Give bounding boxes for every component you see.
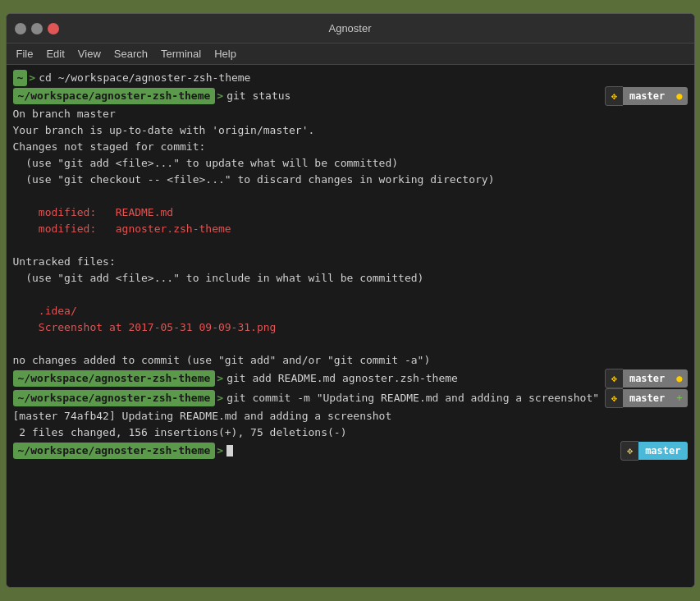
- cmd-text: git status: [226, 88, 291, 104]
- cmd-text: git commit -m "Updating README.md and ad…: [226, 390, 599, 406]
- badge-branch-name: master: [623, 369, 671, 388]
- prompt-path: ~/workspace/agnoster-zsh-theme: [13, 370, 216, 387]
- output-text: 2 files changed, 156 insertions(+), 75 d…: [13, 424, 347, 441]
- terminal-blank-4: [13, 336, 688, 352]
- badge-dot: ●: [671, 87, 687, 105]
- terminal-cursor: [226, 445, 233, 456]
- prompt-path: ~/workspace/agnoster-zsh-theme: [13, 443, 216, 459]
- terminal-line-11: (use "git add <file>..." to include in w…: [13, 270, 688, 287]
- output-text: On branch master: [13, 106, 116, 122]
- output-text-red: .idea/: [13, 303, 77, 319]
- terminal-line-13: Screenshot at 2017-05-31 09-09-31.png: [13, 319, 688, 336]
- terminal-line-14: no changes added to commit (use "git add…: [13, 352, 688, 369]
- prompt-tilde: ~: [13, 70, 28, 86]
- prompt-arrow: >: [217, 370, 223, 387]
- terminal-blank-1: [13, 188, 688, 204]
- menu-bar: File Edit View Search Terminal Help: [7, 44, 694, 65]
- branch-badge: ✥ master ●: [605, 86, 688, 106]
- badge-icon: ✥: [605, 388, 623, 408]
- prompt-arrow: >: [217, 390, 223, 406]
- output-text: no changes added to commit (use "git add…: [13, 352, 431, 369]
- terminal-body[interactable]: ~ > cd ~/workspace/agnoster-zsh-theme ~/…: [7, 65, 694, 587]
- output-text-red: modified: README.md: [13, 204, 174, 221]
- badge-branch-name: master: [623, 389, 671, 407]
- terminal-line-8: modified: README.md: [13, 204, 688, 221]
- restore-button[interactable]: [31, 23, 43, 34]
- terminal-line-3: On branch master: [13, 106, 688, 122]
- prompt-arrow: >: [217, 88, 223, 104]
- badge: ✥ master: [620, 441, 688, 461]
- minimize-button[interactable]: [15, 23, 26, 34]
- terminal-line-9: modified: agnoster.zsh-theme: [13, 221, 688, 237]
- prompt-arrow: >: [29, 70, 35, 86]
- menu-search[interactable]: Search: [108, 46, 154, 62]
- cmd-text: git add README.md agnoster.zsh-theme: [226, 370, 458, 387]
- terminal-line-7: (use "git checkout -- <file>..." to disc…: [13, 172, 688, 188]
- output-text: (use "git add <file>..." to update what …: [13, 155, 399, 172]
- terminal-line-18: 2 files changed, 156 insertions(+), 75 d…: [13, 424, 688, 441]
- output-text: Untracked files:: [13, 254, 116, 270]
- cmd-text: cd ~/workspace/agnoster-zsh-theme: [39, 70, 250, 86]
- badge-branch-name: master: [638, 442, 687, 460]
- output-text-red: modified: agnoster.zsh-theme: [13, 221, 231, 237]
- terminal-blank-3: [13, 287, 688, 303]
- terminal-window: Agnoster File Edit View Search Terminal …: [6, 13, 695, 588]
- output-text: Your branch is up-to-date with 'origin/m…: [13, 122, 315, 139]
- terminal-line-10: Untracked files:: [13, 254, 688, 270]
- badge-icon: ✥: [605, 86, 623, 106]
- terminal-blank-2: [13, 237, 688, 254]
- menu-view[interactable]: View: [71, 46, 108, 62]
- terminal-line-1: ~ > cd ~/workspace/agnoster-zsh-theme: [13, 70, 688, 86]
- output-text: Changes not staged for commit:: [13, 139, 206, 155]
- prompt-path: ~/workspace/agnoster-zsh-theme: [13, 390, 216, 406]
- title-bar: Agnoster: [7, 14, 694, 44]
- terminal-line-12: .idea/: [13, 303, 688, 319]
- prompt-arrow: >: [217, 443, 223, 459]
- menu-terminal[interactable]: Terminal: [154, 46, 208, 62]
- terminal-line-2: ~/workspace/agnoster-zsh-theme > git sta…: [13, 86, 688, 106]
- badge-dot: ●: [671, 369, 687, 388]
- menu-file[interactable]: File: [10, 46, 40, 62]
- badge: ✥ master +: [605, 388, 688, 408]
- badge-icon: ✥: [620, 441, 638, 461]
- branch-badge: ✥ master ●: [605, 369, 688, 388]
- prompt-path: ~/workspace/agnoster-zsh-theme: [13, 88, 216, 104]
- output-text: (use "git checkout -- <file>..." to disc…: [13, 172, 495, 188]
- terminal-line-4: Your branch is up-to-date with 'origin/m…: [13, 122, 688, 139]
- badge: ✥ master ●: [605, 86, 688, 106]
- branch-badge: ✥ master: [620, 441, 688, 461]
- badge: ✥ master ●: [605, 369, 688, 388]
- terminal-line-19: ~/workspace/agnoster-zsh-theme > ✥ maste…: [13, 441, 688, 461]
- terminal-line-15: ~/workspace/agnoster-zsh-theme > git add…: [13, 369, 688, 388]
- output-text-red: Screenshot at 2017-05-31 09-09-31.png: [13, 319, 277, 336]
- menu-edit[interactable]: Edit: [39, 46, 71, 62]
- window-title: Agnoster: [328, 22, 371, 34]
- terminal-line-17: [master 74afb42] Updating README.md and …: [13, 408, 688, 424]
- badge-icon: ✥: [605, 369, 623, 388]
- badge-branch-name: master: [623, 87, 671, 105]
- terminal-line-5: Changes not staged for commit:: [13, 139, 688, 155]
- menu-help[interactable]: Help: [208, 46, 243, 62]
- terminal-line-6: (use "git add <file>..." to update what …: [13, 155, 688, 172]
- terminal-line-16: ~/workspace/agnoster-zsh-theme > git com…: [13, 388, 688, 408]
- output-text: (use "git add <file>..." to include in w…: [13, 270, 424, 287]
- output-text: [master 74afb42] Updating README.md and …: [13, 408, 392, 424]
- window-controls[interactable]: [15, 23, 59, 34]
- branch-badge: ✥ master +: [605, 388, 688, 408]
- badge-dot: +: [671, 389, 687, 407]
- close-button[interactable]: [48, 23, 59, 34]
